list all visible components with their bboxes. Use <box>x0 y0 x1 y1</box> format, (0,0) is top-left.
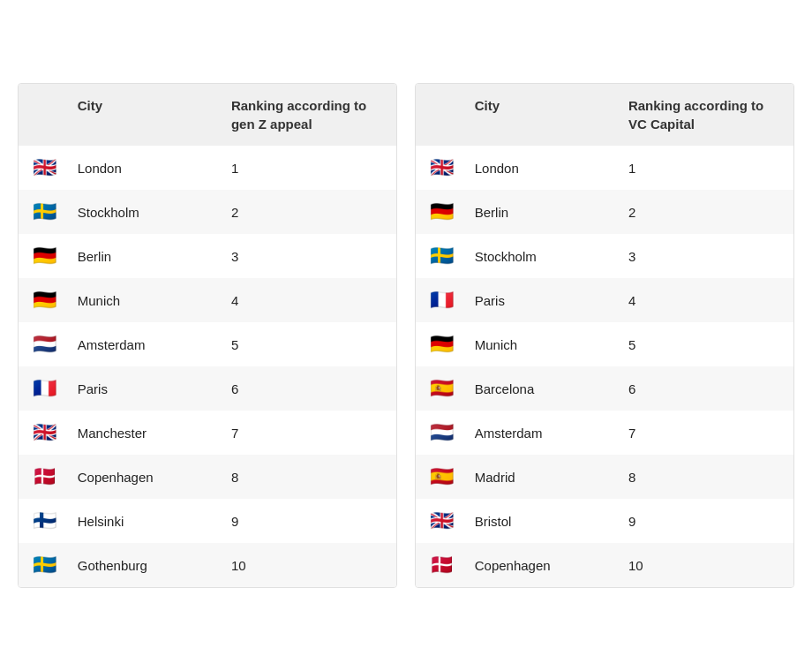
city-cell: Helsinki <box>67 499 221 543</box>
vc-table-container: City Ranking according to VC Capital 🇬🇧L… <box>415 83 794 588</box>
vc-rank-header: Ranking according to VC Capital <box>618 84 793 146</box>
rank-cell: 9 <box>221 499 396 543</box>
city-cell: Bristol <box>464 499 618 543</box>
gen-z-table: City Ranking according to gen Z appeal 🇬… <box>19 84 396 587</box>
vc-table: City Ranking according to VC Capital 🇬🇧L… <box>416 84 793 587</box>
flag-cell: 🇸🇪 <box>19 190 67 234</box>
city-cell: Stockholm <box>67 190 221 234</box>
gen-z-table-body: 🇬🇧London1🇸🇪Stockholm2🇩🇪Berlin3🇩🇪Munich4🇳… <box>19 146 396 587</box>
city-cell: London <box>67 146 221 190</box>
rank-cell: 4 <box>221 278 396 322</box>
city-cell: Amsterdam <box>67 322 221 366</box>
table-row: 🇬🇧Bristol9 <box>416 499 793 543</box>
gen-z-table-header: City Ranking according to gen Z appeal <box>19 84 396 146</box>
table-row: 🇩🇪Berlin2 <box>416 190 793 234</box>
table-row: 🇩🇪Munich5 <box>416 322 793 366</box>
city-cell: Madrid <box>464 455 618 499</box>
rank-cell: 7 <box>618 411 793 455</box>
gen-z-rank-header: Ranking according to gen Z appeal <box>221 84 396 146</box>
gen-z-flag-header <box>19 84 67 146</box>
gen-z-table-container: City Ranking according to gen Z appeal 🇬… <box>18 83 397 588</box>
flag-cell: 🇩🇪 <box>416 190 464 234</box>
rank-cell: 6 <box>618 366 793 411</box>
city-cell: Paris <box>464 278 618 322</box>
city-cell: Stockholm <box>464 234 618 278</box>
flag-cell: 🇩🇰 <box>19 455 67 499</box>
flag-cell: 🇬🇧 <box>19 411 67 455</box>
table-row: 🇩🇪Munich4 <box>19 278 396 322</box>
flag-cell: 🇩🇪 <box>19 278 67 322</box>
rank-cell: 5 <box>618 322 793 366</box>
flag-cell: 🇬🇧 <box>416 499 464 543</box>
table-row: 🇸🇪Stockholm3 <box>416 234 793 278</box>
rank-cell: 3 <box>618 234 793 278</box>
city-cell: Copenhagen <box>67 455 221 499</box>
flag-cell: 🇩🇪 <box>19 234 67 278</box>
table-row: 🇪🇸Barcelona6 <box>416 366 793 411</box>
rank-cell: 3 <box>221 234 396 278</box>
rank-cell: 7 <box>221 411 396 455</box>
flag-cell: 🇬🇧 <box>19 146 67 190</box>
flag-cell: 🇬🇧 <box>416 146 464 190</box>
flag-cell: 🇳🇱 <box>19 322 67 366</box>
flag-cell: 🇸🇪 <box>19 543 67 587</box>
table-row: 🇫🇷Paris4 <box>416 278 793 322</box>
rank-cell: 5 <box>221 322 396 366</box>
rank-cell: 9 <box>618 499 793 543</box>
table-row: 🇫🇷Paris6 <box>19 366 396 411</box>
flag-cell: 🇫🇷 <box>19 366 67 411</box>
city-cell: Berlin <box>67 234 221 278</box>
city-cell: Munich <box>464 322 618 366</box>
table-row: 🇫🇮Helsinki9 <box>19 499 396 543</box>
city-cell: Berlin <box>464 190 618 234</box>
city-cell: Paris <box>67 366 221 411</box>
city-cell: Copenhagen <box>464 543 618 587</box>
flag-cell: 🇪🇸 <box>416 366 464 411</box>
city-cell: Manchester <box>67 411 221 455</box>
flag-cell: 🇳🇱 <box>416 411 464 455</box>
table-row: 🇬🇧London1 <box>19 146 396 190</box>
table-row: 🇬🇧Manchester7 <box>19 411 396 455</box>
city-cell: Amsterdam <box>464 411 618 455</box>
vc-city-header: City <box>464 84 618 146</box>
table-row: 🇩🇰Copenhagen10 <box>416 543 793 587</box>
flag-cell: 🇫🇮 <box>19 499 67 543</box>
rank-cell: 8 <box>221 455 396 499</box>
tables-wrapper: City Ranking according to gen Z appeal 🇬… <box>18 83 794 588</box>
table-row: 🇸🇪Stockholm2 <box>19 190 396 234</box>
vc-table-body: 🇬🇧London1🇩🇪Berlin2🇸🇪Stockholm3🇫🇷Paris4🇩🇪… <box>416 146 793 587</box>
rank-cell: 2 <box>221 190 396 234</box>
table-row: 🇩🇰Copenhagen8 <box>19 455 396 499</box>
city-cell: Barcelona <box>464 366 618 411</box>
rank-cell: 1 <box>221 146 396 190</box>
table-row: 🇳🇱Amsterdam5 <box>19 322 396 366</box>
flag-cell: 🇩🇰 <box>416 543 464 587</box>
rank-cell: 2 <box>618 190 793 234</box>
city-cell: Munich <box>67 278 221 322</box>
rank-cell: 10 <box>618 543 793 587</box>
rank-cell: 10 <box>221 543 396 587</box>
table-row: 🇪🇸Madrid8 <box>416 455 793 499</box>
rank-cell: 4 <box>618 278 793 322</box>
table-row: 🇳🇱Amsterdam7 <box>416 411 793 455</box>
rank-cell: 1 <box>618 146 793 190</box>
flag-cell: 🇫🇷 <box>416 278 464 322</box>
vc-table-header: City Ranking according to VC Capital <box>416 84 793 146</box>
city-cell: Gothenburg <box>67 543 221 587</box>
vc-flag-header <box>416 84 464 146</box>
table-row: 🇬🇧London1 <box>416 146 793 190</box>
rank-cell: 6 <box>221 366 396 411</box>
gen-z-city-header: City <box>67 84 221 146</box>
city-cell: London <box>464 146 618 190</box>
flag-cell: 🇩🇪 <box>416 322 464 366</box>
rank-cell: 8 <box>618 455 793 499</box>
flag-cell: 🇸🇪 <box>416 234 464 278</box>
table-row: 🇸🇪Gothenburg10 <box>19 543 396 587</box>
table-row: 🇩🇪Berlin3 <box>19 234 396 278</box>
flag-cell: 🇪🇸 <box>416 455 464 499</box>
